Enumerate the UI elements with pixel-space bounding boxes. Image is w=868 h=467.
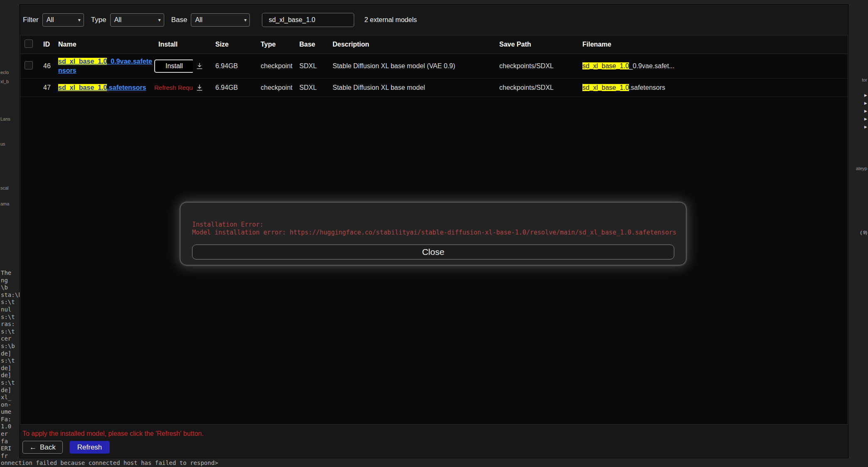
type-select-value: All (114, 16, 122, 24)
model-name-link[interactable]: sd_xl_base_1.0.safetensors (58, 84, 146, 91)
search-highlight: sd_xl_base_1.0 (582, 84, 629, 91)
filter-bar: Filter All ▾ Type All ▾ Base All ▾ 2 ext (20, 5, 848, 35)
header-filename: Filename (577, 41, 848, 48)
select-all-checkbox[interactable] (25, 40, 33, 48)
model-size: 6.94GB (210, 62, 255, 70)
refresh-button[interactable]: Refresh (69, 441, 110, 454)
error-modal-title: Installation Error: (180, 203, 686, 229)
model-name-rest: .safetensors (107, 84, 146, 91)
type-label: Type (91, 16, 106, 24)
collapse-arrow-icon: ▶ (864, 101, 867, 105)
collapse-arrow-icon: ▶ (864, 117, 867, 121)
search-input[interactable] (269, 16, 355, 24)
chevron-down-icon: ▾ (244, 17, 247, 23)
bg-node-fragment: ateyp (856, 166, 867, 171)
search-box[interactable] (262, 13, 354, 27)
row-checkbox[interactable] (25, 61, 33, 69)
model-filename: sd_xl_base_1.0_0.9vae.safet... (577, 62, 848, 70)
bg-node-fragment: scal (0, 185, 9, 190)
bg-node-fragment: xl_b (0, 79, 9, 84)
close-button[interactable]: Close (192, 245, 674, 259)
page-background: eclo xl_b Lans us scal ama tor ▶ ▶ ▶ ▶ ▶… (0, 0, 868, 467)
header-base: Base (293, 41, 327, 48)
model-base: SDXL (293, 62, 327, 70)
header-type: Type (255, 41, 293, 48)
bg-node-fragment: ( 9) (861, 230, 868, 235)
model-base: SDXL (293, 84, 327, 91)
model-id: 47 (40, 84, 57, 91)
back-button[interactable]: ← Back (22, 441, 63, 454)
model-name-link[interactable]: sd_xl_base_1.0_0.9vae.safetensors (58, 58, 152, 74)
back-arrow-icon: ← (30, 443, 37, 452)
search-highlight: sd_xl_base_1.0 (58, 84, 107, 91)
model-size: 6.94GB (210, 84, 255, 91)
header-id: ID (40, 41, 57, 48)
model-description: Stable Diffusion XL base model (VAE 0.9) (327, 62, 493, 70)
refresh-hint-text: To apply the installed model, please cli… (22, 430, 204, 437)
header-name: Name (57, 41, 153, 48)
model-save-path: checkpoints/SDXL (493, 84, 577, 91)
model-filename-rest: .safetensors (629, 84, 665, 91)
download-icon[interactable] (195, 84, 204, 92)
bg-node-fragment: eclo (0, 70, 9, 75)
install-button[interactable]: Install (154, 59, 193, 73)
table-header-row: ID Name Install Size Type Base Descripti… (20, 35, 848, 54)
result-count: 2 external models (364, 16, 417, 24)
base-label: Base (171, 16, 187, 24)
table-row: 46 sd_xl_base_1.0_0.9vae.safetensors Ins… (20, 54, 848, 79)
base-select[interactable]: All ▾ (191, 13, 250, 27)
header-save-path: Save Path (493, 41, 577, 48)
header-install: Install (153, 41, 193, 48)
error-modal-message: Model installation error: https://huggin… (180, 229, 686, 237)
model-type: checkpoint (255, 62, 293, 70)
search-highlight: sd_xl_base_1.0 (58, 58, 107, 65)
bg-node-fragment: ama (0, 201, 9, 206)
installation-error-modal: Installation Error: Model installation e… (180, 202, 686, 265)
refresh-required-status: Refresh Required (154, 84, 193, 91)
filter-select[interactable]: All ▾ (42, 13, 84, 27)
base-select-value: All (195, 16, 202, 24)
collapse-arrow-icon: ▶ (864, 93, 867, 97)
header-description: Description (327, 41, 493, 48)
model-filename-rest: _0.9vae.safet... (629, 62, 674, 69)
chevron-down-icon: ▾ (158, 17, 161, 23)
model-description: Stable Diffusion XL base model (327, 84, 493, 91)
bg-node-fragment: Lans (0, 116, 10, 121)
model-type: checkpoint (255, 84, 293, 91)
type-select[interactable]: All ▾ (110, 13, 164, 27)
collapse-arrow-icon: ▶ (864, 125, 867, 129)
header-size: Size (210, 41, 255, 48)
table-row: 47 sd_xl_base_1.0.safetensors Refresh Re… (20, 79, 848, 97)
search-highlight: sd_xl_base_1.0 (582, 62, 629, 69)
filter-select-value: All (47, 16, 54, 24)
collapse-arrow-icon: ▶ (864, 109, 867, 113)
model-id: 46 (40, 62, 57, 70)
chevron-down-icon: ▾ (78, 17, 81, 23)
bg-node-fragment: us (0, 141, 5, 146)
model-save-path: checkpoints/SDXL (493, 62, 577, 70)
dialog-footer: ← Back Refresh (22, 441, 110, 454)
back-button-label: Back (40, 443, 56, 452)
model-filename: sd_xl_base_1.0.safetensors (577, 84, 848, 91)
download-icon[interactable] (195, 62, 204, 70)
bg-node-fragment: tor (862, 77, 867, 82)
filter-label: Filter (23, 16, 39, 24)
